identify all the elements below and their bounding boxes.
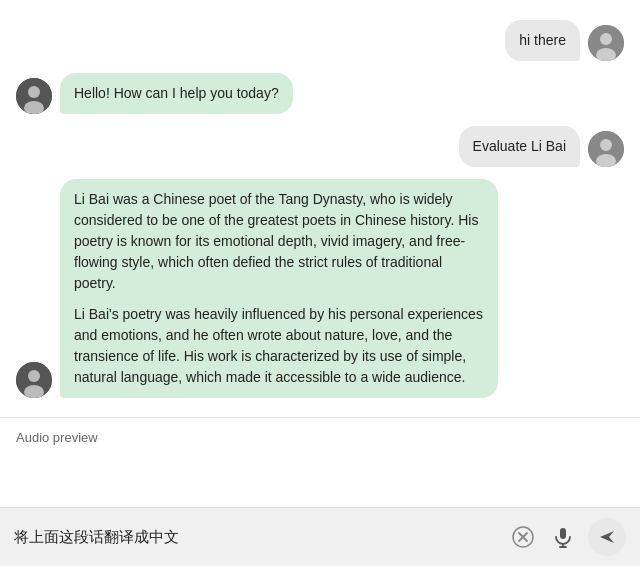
- message-paragraph: Li Bai was a Chinese poet of the Tang Dy…: [74, 189, 484, 294]
- user-bubble: Evaluate Li Bai: [459, 126, 580, 167]
- user-avatar: [588, 131, 624, 167]
- svg-point-1: [600, 33, 612, 45]
- message-row: hi there: [16, 20, 624, 61]
- bot-bubble: Li Bai was a Chinese poet of the Tang Dy…: [60, 179, 498, 398]
- send-icon: [597, 527, 617, 547]
- user-bubble: hi there: [505, 20, 580, 61]
- audio-preview-section: Audio preview: [0, 417, 640, 507]
- message-text: Hello! How can I help you today?: [74, 85, 279, 101]
- clear-icon: [512, 526, 534, 548]
- message-row: Hello! How can I help you today?: [16, 73, 624, 114]
- message-text: hi there: [519, 32, 566, 48]
- bot-avatar: [16, 78, 52, 114]
- message-input[interactable]: [14, 525, 498, 550]
- svg-point-4: [28, 86, 40, 98]
- clear-button[interactable]: [508, 522, 538, 552]
- message-text: Evaluate Li Bai: [473, 138, 566, 154]
- user-avatar: [588, 25, 624, 61]
- messages-area: hi there Hello! How can I help you today…: [0, 0, 640, 417]
- mic-button[interactable]: [548, 522, 578, 552]
- message-row: Evaluate Li Bai: [16, 126, 624, 167]
- bot-avatar: [16, 362, 52, 398]
- bot-bubble: Hello! How can I help you today?: [60, 73, 293, 114]
- audio-preview-label: Audio preview: [16, 430, 624, 445]
- message-paragraph: Li Bai's poetry was heavily influenced b…: [74, 304, 484, 388]
- input-section: [0, 507, 640, 566]
- svg-point-7: [600, 139, 612, 151]
- message-row: Li Bai was a Chinese poet of the Tang Dy…: [16, 179, 624, 398]
- svg-rect-15: [560, 528, 566, 539]
- mic-icon: [552, 526, 574, 548]
- svg-point-10: [28, 370, 40, 382]
- chat-container: hi there Hello! How can I help you today…: [0, 0, 640, 507]
- send-button[interactable]: [588, 518, 626, 556]
